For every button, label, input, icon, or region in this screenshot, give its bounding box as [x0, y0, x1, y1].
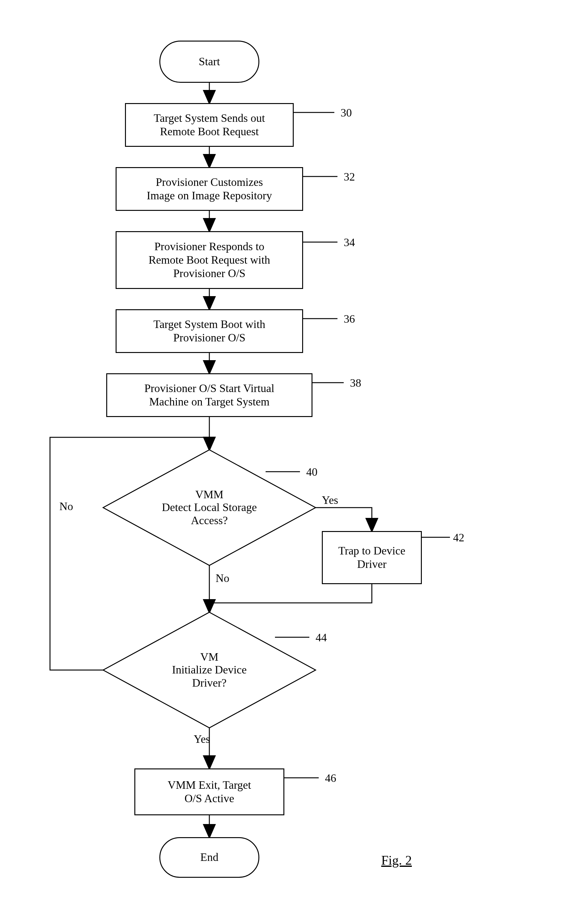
decision-44: VM Initialize Device Driver?: [103, 612, 316, 728]
edge-label-44-yes: Yes: [194, 733, 210, 746]
ref-34: 34: [344, 236, 355, 249]
process-42-text: Trap to Device Driver: [338, 544, 406, 571]
figure-label: Fig. 2: [381, 853, 412, 868]
decision-40: VMM Detect Local Storage Access?: [103, 450, 316, 565]
ref-46: 46: [325, 772, 336, 785]
end-label: End: [200, 851, 218, 864]
process-34: Provisioner Responds to Remote Boot Requ…: [116, 231, 303, 289]
decision-40-text: VMM Detect Local Storage Access?: [162, 488, 257, 527]
ref-30: 30: [341, 106, 352, 119]
process-32-text: Provisioner Customizes Image on Image Re…: [147, 176, 272, 202]
process-32: Provisioner Customizes Image on Image Re…: [116, 167, 303, 211]
ref-44: 44: [316, 631, 327, 644]
terminator-end: End: [159, 837, 259, 878]
edge-label-44-no: No: [59, 500, 73, 513]
process-46: VMM Exit, Target O/S Active: [134, 769, 284, 815]
process-38-text: Provisioner O/S Start Virtual Machine on…: [145, 382, 274, 409]
process-34-text: Provisioner Responds to Remote Boot Requ…: [149, 240, 270, 281]
ref-32: 32: [344, 170, 355, 183]
terminator-start: Start: [159, 41, 259, 83]
process-46-text: VMM Exit, Target O/S Active: [167, 778, 251, 805]
flowchart-canvas: Start Target System Sends out Remote Boo…: [12, 12, 569, 924]
process-30-text: Target System Sends out Remote Boot Requ…: [154, 111, 265, 138]
process-42: Trap to Device Driver: [322, 531, 422, 584]
process-36: Target System Boot with Provisioner O/S: [116, 309, 303, 353]
ref-36: 36: [344, 312, 355, 325]
edge-label-40-no: No: [216, 571, 229, 585]
process-36-text: Target System Boot with Provisioner O/S: [154, 318, 265, 345]
process-38: Provisioner O/S Start Virtual Machine on…: [106, 373, 312, 417]
ref-40: 40: [306, 465, 318, 479]
ref-42: 42: [453, 531, 464, 544]
ref-38: 38: [350, 377, 361, 389]
start-label: Start: [199, 55, 220, 68]
decision-44-text: VM Initialize Device Driver?: [172, 650, 247, 689]
edge-label-40-yes: Yes: [322, 494, 338, 507]
process-30: Target System Sends out Remote Boot Requ…: [125, 103, 294, 147]
